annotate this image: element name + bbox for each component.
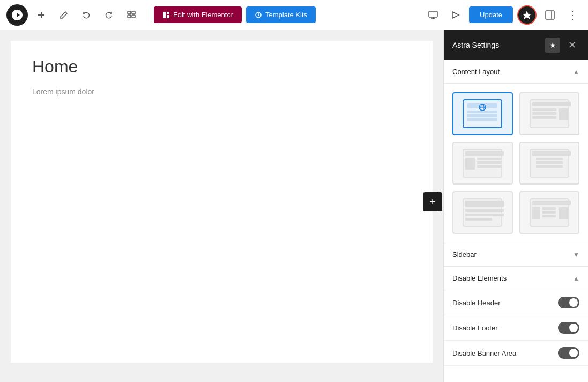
svg-rect-15 <box>467 118 497 121</box>
layout-option-header-content[interactable] <box>452 191 513 234</box>
svg-rect-47 <box>559 207 568 219</box>
more-options-button[interactable]: ⋮ <box>563 6 582 24</box>
panel-title: Astra Settings <box>452 41 499 49</box>
content-layout-label: Content Layout <box>452 68 500 76</box>
svg-rect-37 <box>465 201 504 207</box>
layout-option-left-sidebar[interactable] <box>452 142 513 185</box>
svg-rect-5 <box>167 12 169 14</box>
disable-header-row: Disable Header <box>444 290 588 315</box>
star-button[interactable]: ★ <box>545 38 560 53</box>
svg-rect-29 <box>477 161 501 164</box>
main-area: Home Lorem ipsum dolor + Astra Settings … <box>0 30 588 382</box>
svg-rect-30 <box>477 165 501 168</box>
page-content: Lorem ipsum dolor <box>32 87 411 96</box>
svg-rect-8 <box>429 11 437 17</box>
disable-banner-area-toggle[interactable] <box>558 347 579 359</box>
content-layout-chevron-icon: ▲ <box>573 68 579 76</box>
responsive-desktop-button[interactable] <box>424 6 442 24</box>
pencil-button[interactable] <box>55 6 73 24</box>
layout-grid <box>444 84 588 243</box>
update-button[interactable]: Update <box>469 6 513 23</box>
svg-rect-3 <box>132 15 135 18</box>
svg-rect-28 <box>477 158 501 160</box>
disable-banner-area-row: Disable Banner Area <box>444 341 588 366</box>
add-element-button[interactable] <box>32 6 50 24</box>
svg-rect-42 <box>532 201 571 205</box>
svg-rect-1 <box>132 11 135 14</box>
svg-rect-14 <box>467 114 497 117</box>
svg-rect-39 <box>465 214 504 216</box>
toolbar-divider-1 <box>147 9 147 21</box>
panel-header-actions: ★ ✕ <box>545 38 579 53</box>
disable-header-label: Disable Header <box>452 299 501 307</box>
sidebar-section-label: Sidebar <box>452 251 477 259</box>
navigator-button[interactable] <box>122 6 140 24</box>
svg-rect-44 <box>542 207 556 210</box>
svg-rect-45 <box>542 211 556 214</box>
astra-settings-panel: Astra Settings ★ ✕ Content Layout ▲ <box>443 30 588 382</box>
close-panel-button[interactable]: ✕ <box>564 38 579 53</box>
disable-elements-chevron-icon: ▲ <box>573 275 579 282</box>
layout-option-full-width[interactable] <box>452 92 513 135</box>
sidebar-section-header[interactable]: Sidebar ▼ <box>444 243 588 267</box>
svg-rect-32 <box>532 151 571 156</box>
svg-rect-27 <box>465 158 475 170</box>
sidebar-toggle-button[interactable] <box>541 6 559 24</box>
wp-logo-button[interactable] <box>6 4 28 26</box>
svg-rect-6 <box>167 15 169 18</box>
disable-elements-section-header[interactable]: Disable Elements ▲ <box>444 267 588 290</box>
disable-footer-label: Disable Footer <box>452 324 498 332</box>
astra-settings-button[interactable] <box>517 5 537 25</box>
disable-header-toggle[interactable] <box>558 297 579 308</box>
svg-rect-20 <box>532 102 571 106</box>
toolbar: Edit with Elementor Template Kits Update… <box>0 0 588 30</box>
page-title: Home <box>32 57 411 77</box>
svg-rect-23 <box>532 116 556 119</box>
svg-rect-26 <box>465 151 504 156</box>
template-kits-button[interactable]: Template Kits <box>246 6 316 23</box>
layout-option-narrow[interactable] <box>519 142 580 185</box>
svg-rect-9 <box>546 11 554 19</box>
svg-rect-43 <box>532 207 540 219</box>
panel-header: Astra Settings ★ ✕ <box>444 30 588 60</box>
svg-rect-34 <box>536 161 563 164</box>
disable-banner-area-label: Disable Banner Area <box>452 349 516 357</box>
undo-button[interactable] <box>77 6 95 24</box>
preview-button[interactable] <box>446 6 465 24</box>
disable-footer-toggle[interactable] <box>558 322 579 334</box>
svg-rect-33 <box>536 158 563 160</box>
svg-rect-38 <box>465 209 504 212</box>
svg-rect-24 <box>559 108 568 120</box>
content-layout-section-header[interactable]: Content Layout ▲ <box>444 60 588 84</box>
edit-with-elementor-button[interactable]: Edit with Elementor <box>154 6 242 23</box>
svg-rect-2 <box>128 15 131 18</box>
disable-elements-label: Disable Elements <box>452 274 507 282</box>
svg-rect-46 <box>542 215 556 217</box>
svg-rect-40 <box>465 218 492 221</box>
redo-button[interactable] <box>100 6 118 24</box>
svg-rect-35 <box>536 165 563 168</box>
svg-rect-22 <box>532 112 556 115</box>
svg-rect-21 <box>532 108 556 111</box>
sidebar-section-chevron-icon: ▼ <box>573 251 579 259</box>
canvas: Home Lorem ipsum dolor + <box>0 30 443 382</box>
add-section-button[interactable]: + <box>423 192 442 211</box>
layout-option-two-col[interactable] <box>519 191 580 234</box>
svg-rect-4 <box>163 12 166 18</box>
svg-rect-0 <box>128 11 131 14</box>
layout-option-right-sidebar[interactable] <box>519 92 580 135</box>
disable-footer-row: Disable Footer <box>444 315 588 341</box>
page-frame: Home Lorem ipsum dolor + <box>11 41 433 363</box>
